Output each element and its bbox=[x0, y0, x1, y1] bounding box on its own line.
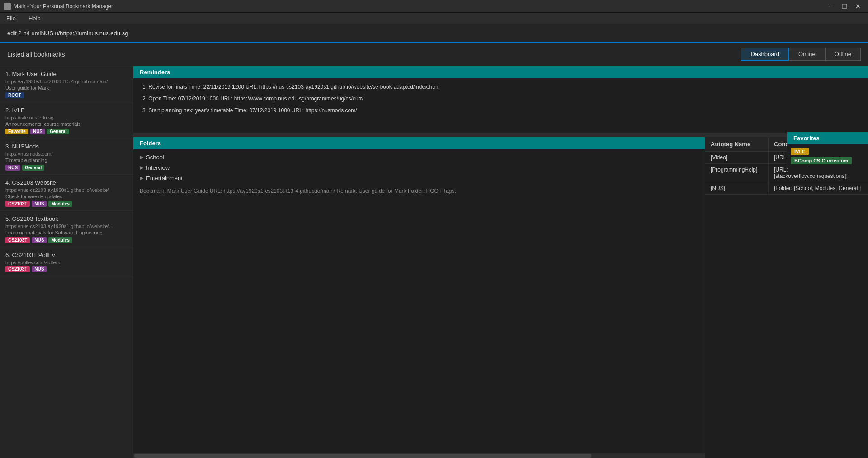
reminder-item: 3. Start planning next year's timetable … bbox=[142, 106, 859, 114]
folder-tag: General bbox=[22, 165, 44, 171]
menu-help[interactable]: Help bbox=[26, 14, 43, 23]
reminders-content: 1. Revise for finals Time: 22/11/2019 12… bbox=[133, 78, 868, 133]
bookmark-item[interactable]: 3. NUSModshttps://nusmods.com/Timetable … bbox=[0, 138, 133, 175]
folder-label: Entertainment bbox=[146, 175, 183, 181]
folder-tag: General bbox=[47, 129, 69, 134]
bookmark-title: 2. IVLE bbox=[5, 107, 127, 114]
folder-item[interactable]: ▶School bbox=[133, 152, 705, 162]
favorite-tag[interactable]: IVLE bbox=[791, 148, 809, 155]
bookmark-title: 6. CS2103T PollEv bbox=[5, 252, 127, 258]
tag: CS2103T bbox=[5, 237, 30, 243]
folder-item[interactable]: ▶Entertainment bbox=[133, 173, 705, 183]
favorites-section: Favorites IVLEBComp CS Curriculum bbox=[787, 132, 868, 168]
folder-arrow-icon: ▶ bbox=[140, 154, 143, 160]
reminder-item: 2. Open Time: 07/12/2019 1000 URL: https… bbox=[142, 95, 859, 103]
menubar: File Help bbox=[0, 13, 868, 24]
bookmark-remark: User guide for Mark bbox=[5, 85, 127, 91]
tag: NUS bbox=[30, 129, 45, 134]
menu-file[interactable]: File bbox=[4, 14, 19, 23]
bookmark-remark: Timetable planning bbox=[5, 157, 127, 163]
tag: Favorite bbox=[5, 129, 28, 134]
titlebar-title: Mark - Your Personal Bookmark Manager bbox=[14, 3, 113, 10]
bookmark-item[interactable]: 2. IVLEhttps://ivle.nus.edu.sgAnnounceme… bbox=[0, 102, 133, 138]
bookmark-detail: Bookmark: Mark User Guide URL: https://a… bbox=[133, 183, 705, 199]
bookmark-url: https://ivle.nus.edu.sg bbox=[5, 115, 127, 120]
folder-item[interactable]: ▶Interview bbox=[133, 162, 705, 173]
folder-tag: Modules bbox=[48, 201, 72, 207]
subheader: Listed all bookmarks Dashboard Online Of… bbox=[0, 43, 868, 66]
tab-dashboard[interactable]: Dashboard bbox=[741, 48, 789, 61]
bookmark-title: 5. CS2103 Textbook bbox=[5, 215, 127, 222]
autotag-name-cell: [Video] bbox=[705, 152, 769, 163]
commandbar: edit 2 n/LumiNUS u/https://luminus.nus.e… bbox=[0, 24, 868, 43]
tag: NUS bbox=[32, 237, 47, 243]
folder-arrow-icon: ▶ bbox=[140, 175, 143, 181]
close-button[interactable]: ✕ bbox=[852, 1, 864, 11]
command-text: edit 2 n/LumiNUS u/https://luminus.nus.e… bbox=[7, 30, 128, 37]
autotag-rows: [Video][URL: [youtube.com]][ProgrammingH… bbox=[705, 152, 868, 458]
titlebar-left: Mark - Your Personal Bookmark Manager bbox=[4, 3, 113, 10]
bookmark-title: 4. CS2103 Website bbox=[5, 179, 127, 186]
tag: ROOT bbox=[5, 92, 24, 98]
tag: NUS bbox=[32, 201, 47, 207]
reminders-hscroll[interactable] bbox=[133, 133, 868, 137]
bookmark-remark: Check for weekly updates bbox=[5, 194, 127, 199]
tab-online[interactable]: Online bbox=[789, 48, 825, 61]
bookmark-remark: Learning materials for Software Engineer… bbox=[5, 230, 127, 235]
folder-label: Interview bbox=[146, 164, 170, 171]
titlebar-controls: – ❐ ✕ bbox=[825, 1, 864, 11]
reminders-header: Reminders bbox=[133, 66, 868, 78]
autotag-name-cell: [NUS] bbox=[705, 182, 769, 194]
tag: CS2103T bbox=[5, 266, 30, 272]
bookmark-item[interactable]: 1. Mark User Guidehttps://ay1920s1-cs210… bbox=[0, 66, 133, 102]
page-title: Listed all bookmarks bbox=[7, 51, 65, 58]
folders-hscroll[interactable] bbox=[133, 453, 705, 458]
tag-row: CS2103TNUSModules bbox=[5, 201, 127, 207]
sidebar: 1. Mark User Guidehttps://ay1920s1-cs210… bbox=[0, 66, 133, 458]
bookmark-item[interactable]: 6. CS2103T PollEvhttps://pollev.com/soft… bbox=[0, 247, 133, 276]
bookmark-title: 1. Mark User Guide bbox=[5, 71, 127, 77]
folders-hscroll-thumb bbox=[134, 454, 591, 458]
tag: NUS bbox=[5, 165, 20, 171]
bookmark-remark: Announcements, course materials bbox=[5, 121, 127, 127]
bookmark-item[interactable]: 5. CS2103 Textbookhttps://nus-cs2103-ay1… bbox=[0, 211, 133, 247]
autotag-name-cell: [ProgrammingHelp] bbox=[705, 164, 769, 182]
tag-row: CS2103TNUS bbox=[5, 266, 127, 272]
restore-button[interactable]: ❐ bbox=[838, 1, 851, 11]
autotag-section: Autotag Name Conditions [Video][URL: [yo… bbox=[705, 137, 868, 458]
tag-row: CS2103TNUSModules bbox=[5, 237, 127, 243]
folder-tag: Modules bbox=[48, 237, 72, 243]
main-layout: 1. Mark User Guidehttps://ay1920s1-cs210… bbox=[0, 66, 868, 458]
tab-offline[interactable]: Offline bbox=[825, 48, 861, 61]
titlebar: Mark - Your Personal Bookmark Manager – … bbox=[0, 0, 868, 13]
bookmark-url: https://pollev.com/softenq bbox=[5, 260, 127, 265]
autotag-row: [NUS][Folder: [School, Modules, General]… bbox=[705, 182, 868, 195]
folders-header: Folders bbox=[133, 137, 705, 149]
tag-row: FavoriteNUSGeneral bbox=[5, 129, 127, 134]
favorite-tag[interactable]: BComp CS Curriculum bbox=[791, 157, 852, 164]
tag-row: ROOT bbox=[5, 92, 127, 98]
bottom-panels: Folders ▶School▶Interview▶EntertainmentB… bbox=[133, 137, 868, 458]
autotag-name-header: Autotag Name bbox=[705, 137, 769, 151]
folders-content: ▶School▶Interview▶EntertainmentBookmark:… bbox=[133, 149, 705, 453]
bookmark-url: https://nusmods.com/ bbox=[5, 151, 127, 157]
tag: NUS bbox=[32, 266, 47, 272]
reminder-item: 1. Revise for finals Time: 22/11/2019 12… bbox=[142, 83, 859, 91]
tag-row: NUSGeneral bbox=[5, 165, 127, 171]
tab-group: Dashboard Online Offline bbox=[741, 48, 861, 61]
bookmark-url: https://ay1920s1-cs2103t-t13-4.github.io… bbox=[5, 79, 127, 84]
content-area: Reminders 1. Revise for finals Time: 22/… bbox=[133, 66, 868, 458]
folders-section: Folders ▶School▶Interview▶EntertainmentB… bbox=[133, 137, 705, 458]
autotag-conditions-cell: [Folder: [School, Modules, General]] bbox=[769, 182, 866, 194]
bookmark-url: https://nus-cs2103-ay1920s1.github.io/we… bbox=[5, 224, 127, 229]
favorites-header: Favorites bbox=[787, 132, 868, 144]
minimize-button[interactable]: – bbox=[825, 1, 837, 11]
bookmark-item[interactable]: 4. CS2103 Websitehttps://nus-cs2103-ay19… bbox=[0, 175, 133, 211]
folder-arrow-icon: ▶ bbox=[140, 165, 143, 171]
reminders-section: Reminders 1. Revise for finals Time: 22/… bbox=[133, 66, 868, 137]
favorites-content: IVLEBComp CS Curriculum bbox=[787, 144, 868, 168]
folder-label: School bbox=[146, 154, 164, 161]
bookmark-title: 3. NUSMods bbox=[5, 143, 127, 150]
app-icon bbox=[4, 3, 11, 10]
tag: CS2103T bbox=[5, 201, 30, 207]
